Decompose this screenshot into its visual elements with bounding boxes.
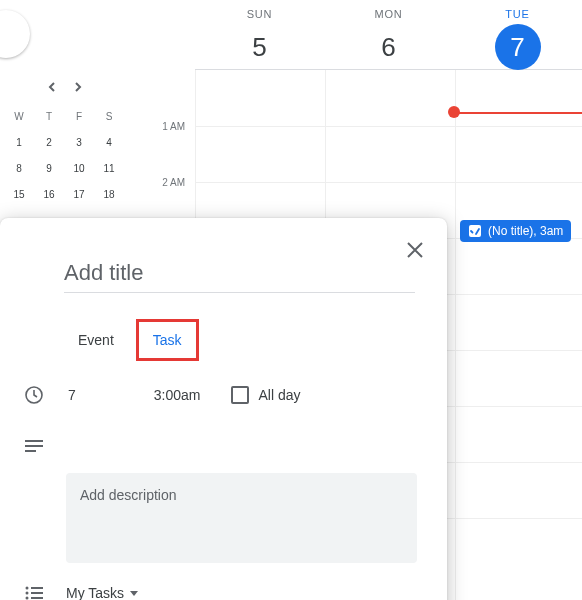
day-number[interactable]: 6 [366, 24, 412, 70]
clock-icon [16, 385, 52, 405]
mini-day[interactable]: 9 [34, 155, 64, 181]
mini-day[interactable]: 10 [64, 155, 94, 181]
mini-day[interactable]: 4 [94, 129, 124, 155]
mini-day[interactable]: 18 [94, 181, 124, 207]
mini-day[interactable]: 16 [34, 181, 64, 207]
mini-calendar-dow-row: W T F S [4, 103, 126, 129]
check-icon [468, 224, 482, 238]
mini-day[interactable]: 3 [64, 129, 94, 155]
day-number[interactable]: 7 [495, 24, 541, 70]
chevron-down-icon [130, 591, 138, 596]
mini-calendar-row: 15 16 17 18 [4, 181, 126, 207]
week-day-header: SUN 5 MON 6 TUE 7 [195, 0, 582, 70]
tab-event[interactable]: Event [74, 326, 118, 354]
description-placeholder: Add description [80, 487, 177, 503]
mini-dow: W [4, 103, 34, 129]
grid-vline [455, 70, 456, 600]
svg-point-7 [26, 592, 29, 595]
svg-point-5 [26, 587, 29, 590]
hour-line [195, 126, 582, 127]
day-column-mon[interactable]: MON 6 [324, 0, 453, 69]
description-row [16, 425, 431, 453]
day-column-sun[interactable]: SUN 5 [195, 0, 324, 69]
tab-task[interactable]: Task [149, 326, 186, 354]
mini-day[interactable]: 1 [4, 129, 34, 155]
mini-dow: T [34, 103, 64, 129]
hour-label: 2 AM [130, 177, 185, 188]
mini-calendar: W T F S 1 2 3 4 8 9 10 11 15 16 17 18 [0, 75, 130, 211]
mini-calendar-nav [4, 79, 126, 95]
quick-add-dialog: Event Task 7 3:00am All day Add descript… [0, 218, 447, 600]
mini-day[interactable]: 8 [4, 155, 34, 181]
mini-calendar-row: 1 2 3 4 [4, 129, 126, 155]
task-chip-label: (No title), 3am [488, 224, 563, 238]
all-day-checkbox[interactable] [231, 386, 249, 404]
description-icon [16, 425, 52, 453]
tab-task-highlight: Task [136, 319, 199, 361]
now-indicator-dot [448, 106, 460, 118]
mini-day[interactable]: 17 [64, 181, 94, 207]
create-fab[interactable] [0, 10, 30, 58]
list-icon [16, 586, 52, 600]
day-abbr: SUN [195, 8, 324, 20]
mini-calendar-row: 8 9 10 11 [4, 155, 126, 181]
day-number[interactable]: 5 [237, 24, 283, 70]
tasklist-label: My Tasks [66, 585, 124, 600]
type-tabs: Event Task [74, 319, 431, 361]
mini-day[interactable]: 2 [34, 129, 64, 155]
close-button[interactable] [397, 232, 433, 268]
now-indicator-line [450, 112, 582, 114]
mini-day[interactable]: 15 [4, 181, 34, 207]
mini-dow: F [64, 103, 94, 129]
tasklist-row: My Tasks [16, 585, 431, 600]
close-icon [406, 241, 424, 259]
all-day-label: All day [259, 387, 301, 403]
description-input[interactable]: Add description [66, 473, 417, 563]
hour-label: 1 AM [130, 121, 185, 132]
hour-line [195, 182, 582, 183]
day-column-tue[interactable]: TUE 7 [453, 0, 582, 69]
next-month-icon[interactable] [73, 79, 83, 95]
title-input[interactable] [64, 254, 415, 293]
day-abbr: MON [324, 8, 453, 20]
svg-point-9 [26, 597, 29, 600]
mini-day[interactable]: 11 [94, 155, 124, 181]
day-abbr: TUE [453, 8, 582, 20]
tasklist-dropdown[interactable]: My Tasks [66, 585, 138, 600]
time-field[interactable]: 3:00am [152, 383, 203, 407]
mini-dow: S [94, 103, 124, 129]
datetime-row: 7 3:00am All day [16, 383, 431, 407]
task-chip[interactable]: (No title), 3am [460, 220, 571, 242]
all-day-toggle[interactable]: All day [231, 386, 301, 404]
date-field[interactable]: 7 [66, 383, 78, 407]
prev-month-icon[interactable] [47, 79, 57, 95]
